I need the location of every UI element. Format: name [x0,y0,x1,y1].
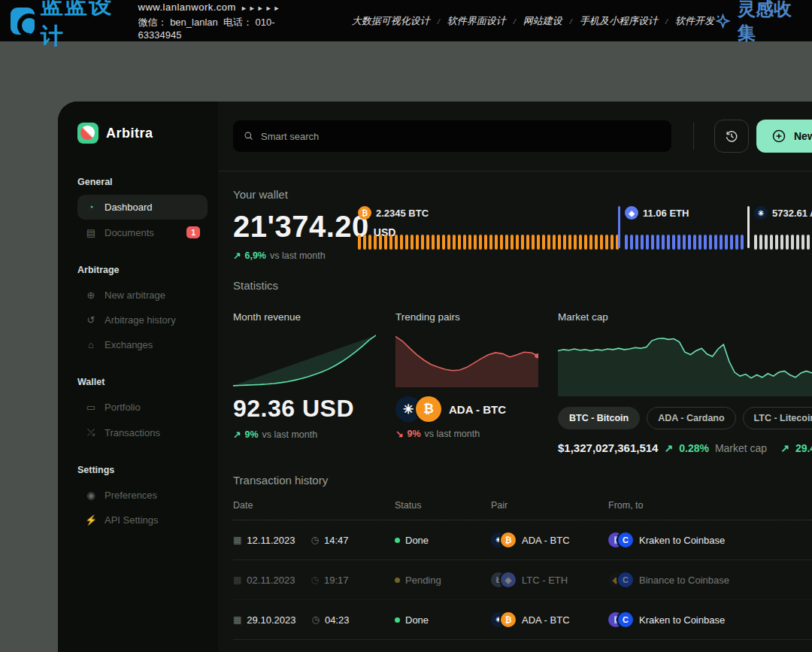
exchange-icons: ᛕC [608,532,633,547]
route-label: Binance to Coinbase [639,575,729,586]
arbitra-logo-icon [77,123,98,144]
sparkle-icon [714,11,732,31]
calendar-icon: ▦ [233,614,241,625]
history-icon: ↺ [85,314,97,326]
status-label: Done [405,614,429,626]
sidebar-item-exchanges[interactable]: ⌂Exchanges [77,332,208,357]
holding-ada: ✳5732.61 ADA [747,206,812,250]
month-revenue-label: Month revenue [233,311,376,323]
site-url[interactable]: www.lanlanwork.com [138,2,236,13]
lanlan-logo[interactable]: 蓝蓝设计 [11,0,126,52]
btc-coin-icon: ₿ [501,612,516,627]
sidebar-item-label: Transactions [105,427,160,438]
wallet-section: Your wallet CurrenciesE 21'374.20 USD ↗ … [233,171,812,261]
site-banner: 蓝蓝设计 www.lanlanwork.com►►►►► 微信： ben_lan… [0,0,812,41]
app-logo[interactable]: Arbitra [77,123,208,144]
txn-date: 12.11.2023 [247,535,295,546]
trend-up-icon: ↗ [664,442,673,454]
sidebar-item-portfolio[interactable]: ▭Portfolio [77,395,208,420]
holding-amount: 2.2345 BTC [376,208,429,219]
sidebar-item-preferences[interactable]: ◉Preferences [77,483,208,508]
transfer-arrows-icon: ⤯ [85,426,97,438]
search-placeholder: Smart search [261,131,319,142]
collect-link[interactable]: 灵感收集 [714,0,801,45]
topbar: Smart search New a [233,118,812,154]
pair-coins: Ł◆ [491,572,516,587]
banner-nav-item[interactable]: 大数据可视化设计 [352,14,430,28]
main-area: Smart search New a Your wallet Currencie… [218,102,812,652]
banner-nav-item[interactable]: 软件界面设计 [447,14,506,28]
transaction-table: Date Status Pair From, to ▦12.11.2023◷14… [233,500,812,640]
exchange-icon: ⌂ [85,339,97,350]
col-header-status[interactable]: Status [395,500,491,511]
sidebar-item-label: Dashboard [105,202,153,213]
holding-marker [747,206,750,248]
sidebar-item-documents[interactable]: ▤Documents1 [77,220,208,245]
txn-pair-cell: Ł◆LTC - ETH [491,572,608,587]
sidebar-item-arbitrage-history[interactable]: ↺Arbitrage history [77,308,208,332]
sidebar-item-dashboard[interactable]: ◔Dashboard [77,195,208,220]
col-header-date[interactable]: Date [233,500,395,511]
wallet-icon: ▭ [85,402,97,413]
ada-coin-icon: ✳ [754,206,768,220]
banner-nav-item[interactable]: 软件开发 [675,14,714,28]
amount-line: 0.002 [800,526,812,541]
banner-nav-item[interactable]: 网站建设 [523,14,562,28]
sidebar-item-api-settings[interactable]: ⚡API Settings [77,508,208,532]
wallet-change-note: vs last month [270,250,326,261]
status-dot-done [395,538,400,543]
table-row[interactable]: ▦02.11.2023◷19:17PendingŁ◆LTC - ETH◆CBin… [233,560,812,600]
trending-pairs-chart [395,333,538,387]
sidebar-section: General◔Dashboard▤Documents1 [77,177,208,245]
trending-pairs-card: Trending pairs ✳ ₿ ADA - BTC ↘ 9% vs las… [395,311,538,454]
chip-ltc[interactable]: LTC - Litecoin [743,407,812,429]
pair-label: ADA - BTC [522,535,570,546]
holding-label: ✳5732.61 ADA [754,206,812,220]
calendar-icon: ▦ [233,535,241,545]
search-icon [244,131,254,141]
sidebar-item-label: Arbitrage history [105,314,176,326]
arrows-decor: ►►►►► [241,5,282,12]
market-cap-card: Market cap 1D7D1M BTC - BitcoinADA - Car… [558,311,812,454]
wallet-title: Your wallet [233,188,812,201]
col-header-route[interactable]: From, to [608,500,800,511]
sidebar-section: Wallet▭Portfolio⤯Transactions [77,377,208,445]
trend-down-icon: ↘ [395,428,403,439]
sidebar-item-label: New arbitrage [105,290,165,301]
history-button[interactable] [714,120,749,153]
chip-btc[interactable]: BTC - Bitcoin [558,407,640,429]
txn-route-cell: ᛕCKraken to Coinbase [608,532,800,547]
amount-line: 0.0000 [800,612,812,627]
txn-route-cell: ᛕCKraken to Coinbase [608,612,800,627]
trend-up-icon: ↗ [780,442,789,454]
pair-coins: ✳ ₿ [395,396,441,422]
new-arbitrage-button[interactable]: New a [756,120,812,153]
holdings-sparkline: ₿2.2345 BTC◆11.06 ETH✳5732.61 ADA [353,206,812,250]
chip-ada[interactable]: ADA - Cardano [647,407,735,429]
sidebar-item-transactions[interactable]: ⤯Transactions [77,420,208,445]
sidebar-item-label: Preferences [105,490,157,501]
sidebar-item-label: Portfolio [105,402,141,413]
txn-status-cell: Pending [395,575,491,586]
sidebar-section-heading: General [77,177,208,187]
holding-bars [625,233,744,250]
transaction-history-section: Transaction history Date Status Pair Fro… [233,454,812,640]
holding-bars [358,233,619,250]
txn-pair-cell: ✳₿ADA - BTC [491,612,608,627]
btc-coin-icon: ₿ [416,396,441,422]
app-name: Arbitra [106,126,153,141]
sidebar-item-new-arbitrage[interactable]: ⊕New arbitrage [77,283,208,308]
col-header-pair[interactable]: Pair [491,500,608,511]
pair-coins: ✳₿ [491,612,516,627]
collect-label: 灵感收集 [738,0,801,45]
status-label: Pending [405,575,441,586]
sidebar-item-label: API Settings [105,514,159,526]
exchange-icons: ᛕC [608,612,633,627]
txn-status-cell: Done [395,535,491,546]
banner-nav-item[interactable]: 手机及小程序设计 [580,14,658,28]
search-input[interactable]: Smart search [233,120,671,152]
nav-separator: / [438,17,440,26]
table-row[interactable]: ▦29.10.2023◷04:23Done✳₿ADA - BTCᛕCKraken… [233,600,812,640]
table-row[interactable]: ▦12.11.2023◷14:47Done✳₿ADA - BTCᛕCKraken… [233,520,812,560]
month-revenue-value: 92.36 USD [233,395,376,423]
